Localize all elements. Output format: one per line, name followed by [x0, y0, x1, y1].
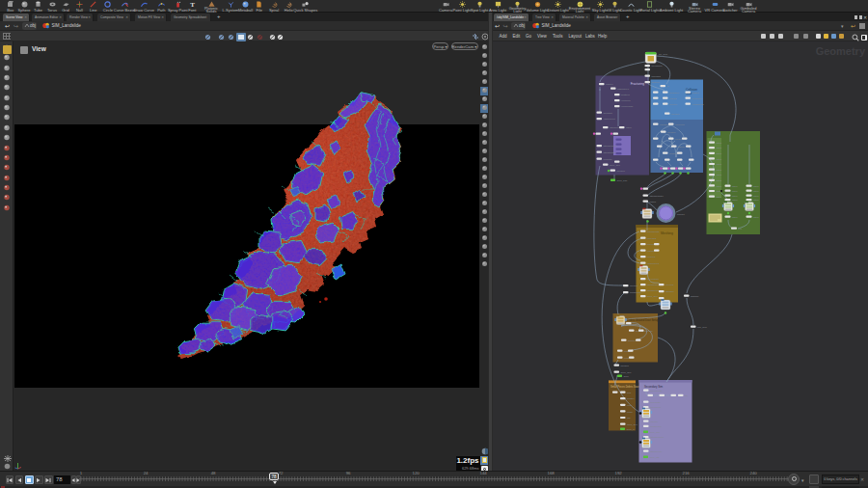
svg-text:null_SIM: null_SIM — [697, 326, 707, 329]
svg-text:OUT_geo: OUT_geo — [621, 371, 632, 374]
svg-text:assemble1: assemble1 — [617, 88, 630, 91]
svg-text:unpack1: unpack1 — [660, 123, 669, 126]
svg-text:attribdel: attribdel — [665, 290, 674, 293]
svg-text:xform1: xform1 — [645, 330, 653, 333]
svg-text:attrib: attrib — [717, 142, 722, 145]
svg-text:noise: noise — [627, 411, 634, 414]
svg-text:attrib: attrib — [732, 195, 738, 198]
svg-text:merge1: merge1 — [671, 113, 680, 116]
svg-text:timeshift: timeshift — [652, 75, 662, 78]
svg-text:file_SIM: file_SIM — [659, 53, 667, 56]
svg-text:dopimport1: dopimport1 — [647, 230, 660, 233]
svg-text:attrib: attrib — [717, 163, 722, 166]
svg-text:attrib: attrib — [732, 216, 738, 219]
svg-text:Meshing: Meshing — [661, 231, 673, 235]
svg-text:OUT_pts: OUT_pts — [650, 456, 661, 459]
svg-text:attrib: attrib — [717, 152, 722, 155]
svg-text:attribwrangle: attribwrangle — [650, 436, 665, 439]
svg-text:attr: attr — [627, 417, 631, 420]
svg-text:timeshift: timeshift — [647, 237, 657, 240]
svg-text:OUT_sim: OUT_sim — [650, 431, 661, 434]
svg-text:attribtransfer: attribtransfer — [604, 151, 617, 154]
svg-text:merge1: merge1 — [621, 365, 630, 367]
svg-text:convert1: convert1 — [675, 123, 685, 126]
svg-text:out: out — [739, 228, 743, 230]
svg-text:attrib: attrib — [717, 147, 722, 149]
svg-text:vdbconvert: vdbconvert — [604, 118, 616, 121]
svg-text:convert: convert — [647, 256, 656, 258]
svg-text:noise1: noise1 — [692, 92, 700, 95]
svg-text:attrib: attrib — [753, 216, 759, 219]
svg-text:xform1: xform1 — [669, 97, 677, 100]
svg-text:switch1: switch1 — [652, 81, 661, 84]
svg-text:OUT_geo: OUT_geo — [610, 164, 620, 167]
svg-text:scatter1: scatter1 — [621, 94, 631, 96]
svg-text:attrib: attrib — [717, 158, 722, 161]
svg-text:transform1: transform1 — [650, 425, 663, 428]
svg-text:merge1: merge1 — [617, 170, 626, 173]
svg-text:OUT_d: OUT_d — [627, 428, 636, 431]
svg-text:switch1: switch1 — [691, 295, 699, 298]
svg-text:timeshift1: timeshift1 — [650, 401, 661, 404]
svg-text:dopimport: dopimport — [650, 406, 661, 409]
svg-text:attribwrangle: attribwrangle — [650, 195, 665, 198]
svg-text:attrib: attrib — [753, 185, 759, 188]
svg-text:attrib: attrib — [717, 179, 722, 182]
svg-text:polyreduce: polyreduce — [647, 278, 660, 281]
svg-text:Secondary Sim: Secondary Sim — [644, 385, 664, 389]
svg-text:attrib: attrib — [717, 196, 722, 199]
svg-text:grid: grid — [627, 392, 632, 394]
svg-text:voronoifrac: voronoifrac — [621, 105, 634, 108]
svg-text:filecache1: filecache1 — [652, 65, 664, 68]
svg-text:clean1: clean1 — [675, 138, 683, 141]
svg-text:attrib: attrib — [717, 174, 722, 176]
svg-text:delete1: delete1 — [628, 339, 637, 342]
svg-text:transform1: transform1 — [630, 291, 642, 294]
svg-text:Small Pieces Debris Source: Small Pieces Debris Source — [610, 385, 642, 389]
svg-text:OUT_geo: OUT_geo — [647, 295, 658, 298]
svg-text:vdbconvert: vdbconvert — [647, 262, 660, 265]
svg-text:promote1: promote1 — [692, 97, 703, 100]
svg-text:merge1: merge1 — [667, 131, 676, 134]
svg-text:attrib: attrib — [753, 190, 759, 193]
svg-text:vdbsmooth: vdbsmooth — [692, 103, 705, 106]
svg-text:OUT_frac: OUT_frac — [617, 179, 629, 182]
svg-text:wrangle1: wrangle1 — [669, 92, 680, 95]
svg-text:copy: copy — [627, 404, 633, 407]
svg-text:attrib: attrib — [732, 199, 738, 202]
svg-text:dopnet: dopnet — [677, 213, 685, 216]
svg-text:scatter: scatter — [627, 397, 635, 400]
svg-text:unpack: unpack — [650, 420, 659, 423]
svg-text:attrib1: attrib1 — [678, 146, 686, 149]
svg-text:attrib: attrib — [753, 195, 759, 198]
svg-text:isooffset: isooffset — [604, 112, 613, 115]
svg-text:promote: promote — [604, 158, 613, 161]
svg-text:attrib: attrib — [717, 185, 722, 188]
svg-text:voronoi1: voronoi1 — [621, 99, 631, 102]
svg-text:delete1: delete1 — [669, 103, 678, 106]
svg-text:attrib: attrib — [732, 185, 738, 188]
svg-text:dopimport1: dopimport1 — [650, 390, 663, 393]
svg-text:OUT: OUT — [624, 375, 630, 378]
svg-text:attribwrangle: attribwrangle — [604, 145, 618, 148]
svg-text:attrib: attrib — [753, 199, 759, 202]
svg-text:attribdelete: attribdelete — [650, 450, 663, 453]
svg-text:merge1: merge1 — [630, 285, 638, 287]
svg-text:attrib: attrib — [626, 126, 632, 129]
svg-text:pack1: pack1 — [650, 201, 657, 203]
svg-text:Fracturing: Fracturing — [631, 82, 645, 86]
svg-text:polyfill1: polyfill1 — [665, 284, 674, 286]
svg-text:Debris Ground Dust Setup: Debris Ground Dust Setup — [627, 318, 659, 322]
svg-text:attrib: attrib — [732, 190, 738, 193]
svg-text:sw: sw — [685, 394, 688, 397]
svg-text:OUT_geo: OUT_geo — [627, 423, 637, 426]
svg-text:attrib: attrib — [717, 169, 722, 172]
svg-text:name1: name1 — [606, 83, 613, 86]
svg-text:attribdelete: attribdelete — [647, 289, 660, 292]
